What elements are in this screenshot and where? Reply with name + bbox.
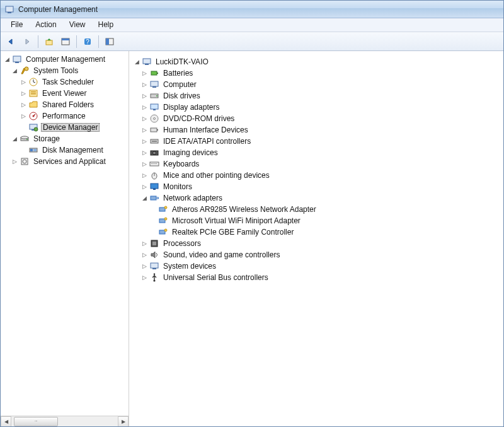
scroll-thumb[interactable]: ⵈ bbox=[14, 417, 58, 426]
computer-icon bbox=[142, 57, 152, 67]
toolbar-showhide-icon[interactable] bbox=[102, 34, 117, 49]
chevron-right-icon[interactable]: ▷ bbox=[140, 149, 148, 156]
chevron-right-icon[interactable]: ▷ bbox=[140, 126, 148, 134]
tree-label: Display adapters bbox=[162, 103, 220, 111]
tree-shared-folders[interactable]: ▷ Shared Folders bbox=[2, 99, 129, 110]
toolbar-separator bbox=[38, 35, 38, 48]
device-host[interactable]: ◢ LuckiDTK-VAIO bbox=[132, 56, 502, 67]
device-usb[interactable]: ▷ Universal Serial Bus controllers bbox=[132, 272, 502, 283]
menu-help[interactable]: Help bbox=[92, 18, 120, 32]
tree-system-tools[interactable]: ◢ System Tools bbox=[2, 65, 129, 76]
tree-label: Storage bbox=[32, 135, 61, 143]
chevron-right-icon[interactable]: ▷ bbox=[140, 92, 148, 100]
camera-icon bbox=[149, 148, 159, 158]
device-keyboards[interactable]: ▷ Keyboards bbox=[132, 158, 502, 170]
network-adapter-icon bbox=[158, 216, 168, 226]
svg-rect-52 bbox=[156, 163, 157, 164]
tree-event-viewer[interactable]: ▷ Event Viewer bbox=[2, 88, 129, 99]
toolbar-forward[interactable] bbox=[20, 34, 35, 49]
spacer: ▷ bbox=[149, 228, 157, 236]
network-adapter-icon bbox=[158, 204, 168, 214]
usb-icon bbox=[149, 272, 159, 283]
device-system-devices[interactable]: ▷ System devices bbox=[132, 260, 502, 272]
svg-point-46 bbox=[153, 151, 156, 155]
svg-rect-10 bbox=[15, 62, 19, 63]
device-monitors[interactable]: ▷ Monitors bbox=[132, 181, 502, 192]
left-scrollbar-horizontal[interactable]: ◀ ⵈ ▶ bbox=[1, 416, 129, 426]
chevron-right-icon[interactable]: ▷ bbox=[20, 112, 27, 120]
chevron-down-icon[interactable]: ◢ bbox=[133, 58, 140, 66]
chevron-right-icon[interactable]: ▷ bbox=[20, 90, 27, 97]
chevron-right-icon[interactable]: ▷ bbox=[140, 262, 148, 270]
device-network[interactable]: ◢ Network adapters bbox=[132, 192, 502, 204]
device-tree[interactable]: ◢ LuckiDTK-VAIO ▷ Batteries ▷ bbox=[130, 54, 502, 286]
chevron-right-icon[interactable]: ▷ bbox=[140, 137, 148, 145]
chevron-right-icon[interactable]: ▷ bbox=[140, 103, 148, 111]
device-processors[interactable]: ▷ Processors bbox=[132, 238, 502, 249]
chevron-down-icon[interactable]: ◢ bbox=[140, 194, 148, 202]
chevron-right-icon[interactable]: ▷ bbox=[140, 81, 148, 88]
chevron-down-icon[interactable]: ◢ bbox=[11, 135, 18, 143]
tree-task-scheduler[interactable]: ▷ Task Scheduler bbox=[2, 76, 129, 88]
tree-services-apps[interactable]: ▷ Services and Applicat bbox=[2, 156, 129, 167]
network-item[interactable]: ▷ Realtek PCIe GBE Family Controller bbox=[132, 226, 502, 238]
chevron-right-icon[interactable]: ▷ bbox=[140, 240, 148, 247]
chevron-right-icon[interactable]: ▷ bbox=[140, 274, 148, 281]
menu-file[interactable]: File bbox=[4, 18, 29, 32]
menu-action[interactable]: Action bbox=[29, 18, 62, 32]
scroll-track[interactable]: ⵈ bbox=[11, 416, 118, 427]
tree-label: Keyboards bbox=[162, 160, 200, 168]
chevron-right-icon[interactable]: ▷ bbox=[140, 160, 148, 168]
device-display-adapters[interactable]: ▷ Display adapters bbox=[132, 102, 502, 113]
svg-rect-51 bbox=[155, 163, 156, 164]
tree-root[interactable]: ◢ Computer Management bbox=[2, 54, 129, 65]
device-disk-drives[interactable]: ▷ Disk drives bbox=[132, 90, 502, 102]
svg-rect-60 bbox=[159, 219, 165, 223]
svg-rect-25 bbox=[30, 149, 33, 151]
tree-label: Microsoft Virtual WiFi Miniport Adapter bbox=[171, 217, 302, 225]
device-hid[interactable]: ▷ Human Interface Devices bbox=[132, 124, 502, 136]
chevron-right-icon[interactable]: ▷ bbox=[11, 158, 18, 165]
device-ide[interactable]: ▷ IDE ATA/ATAPI controllers bbox=[132, 136, 502, 147]
console-tree[interactable]: ◢ Computer Management ◢ System Tools ▷ bbox=[1, 51, 129, 416]
svg-rect-67 bbox=[152, 268, 156, 269]
toolbar-separator bbox=[98, 35, 99, 48]
device-dvd[interactable]: ▷ DVD/CD-ROM drives bbox=[132, 113, 502, 124]
tree-label: Task Scheduler bbox=[41, 78, 95, 86]
network-item[interactable]: ▷ Atheros AR9285 Wireless Network Adapte… bbox=[132, 204, 502, 215]
device-imaging[interactable]: ▷ Imaging devices bbox=[132, 147, 502, 158]
tree-disk-management[interactable]: ▷ Disk Management bbox=[2, 144, 129, 156]
device-mice[interactable]: ▷ Mice and other pointing devices bbox=[132, 170, 502, 181]
chevron-right-icon[interactable]: ▷ bbox=[20, 101, 27, 108]
monitor-icon bbox=[149, 182, 159, 192]
chevron-right-icon[interactable]: ▷ bbox=[140, 69, 148, 77]
menu-view[interactable]: View bbox=[63, 18, 92, 32]
tree-performance[interactable]: ▷ Performance bbox=[2, 110, 129, 122]
chevron-right-icon[interactable]: ▷ bbox=[140, 183, 148, 190]
storage-icon bbox=[20, 134, 30, 144]
chevron-down-icon[interactable]: ◢ bbox=[11, 67, 18, 74]
svg-rect-9 bbox=[13, 56, 21, 62]
device-sound[interactable]: ▷ Sound, video and game controllers bbox=[132, 249, 502, 260]
toolbar-up-icon[interactable] bbox=[42, 34, 57, 49]
system-tools-icon bbox=[20, 66, 30, 76]
chevron-right-icon[interactable]: ▷ bbox=[140, 172, 148, 179]
toolbar-properties-icon[interactable] bbox=[58, 34, 73, 49]
chevron-right-icon[interactable]: ▷ bbox=[140, 115, 148, 122]
tree-storage[interactable]: ◢ Storage bbox=[2, 133, 129, 144]
tree-device-manager[interactable]: ▷ Device Manager bbox=[2, 122, 129, 133]
tree-label: Disk Management bbox=[41, 146, 105, 154]
tree-label: Processors bbox=[162, 240, 202, 247]
network-adapter-icon bbox=[158, 227, 168, 237]
chevron-down-icon[interactable]: ◢ bbox=[3, 56, 11, 63]
toolbar-back[interactable] bbox=[3, 34, 18, 49]
toolbar-help-icon[interactable]: ? bbox=[80, 34, 95, 49]
scroll-left-button[interactable]: ◀ bbox=[1, 416, 11, 427]
svg-rect-66 bbox=[151, 263, 158, 268]
scroll-right-button[interactable]: ▶ bbox=[118, 416, 129, 427]
chevron-right-icon[interactable]: ▷ bbox=[140, 251, 148, 259]
network-item[interactable]: ▷ Microsoft Virtual WiFi Miniport Adapte… bbox=[132, 215, 502, 226]
device-computer[interactable]: ▷ Computer bbox=[132, 79, 502, 90]
chevron-right-icon[interactable]: ▷ bbox=[20, 78, 27, 86]
device-batteries[interactable]: ▷ Batteries bbox=[132, 67, 502, 79]
